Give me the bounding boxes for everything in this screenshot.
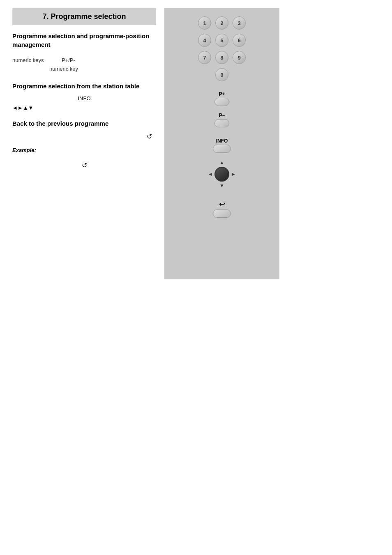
key-7[interactable]: 7 [198, 51, 211, 64]
key-9[interactable]: 9 [233, 51, 246, 64]
key-row-2: numeric key [12, 66, 156, 72]
section2: Programme selection from the station tab… [12, 82, 156, 111]
key-row-1: numeric keys P+/P- [12, 57, 156, 63]
dpad-right-button[interactable]: ► [228, 169, 238, 179]
info-button[interactable] [213, 145, 231, 153]
p-plus-group: P+ [214, 89, 229, 106]
section3-title: Back to the previous programme [12, 119, 156, 128]
info-button-label: INFO [216, 138, 228, 144]
key-4[interactable]: 4 [198, 34, 211, 47]
back-button[interactable] [213, 210, 231, 218]
numpad-row-2: 4 5 6 [198, 34, 246, 47]
key-2[interactable]: 2 [215, 16, 228, 30]
dpad: ▲ ◄ ► ▼ [205, 158, 238, 191]
back-section: Back to the previous programme ↺ [12, 119, 156, 140]
back-button-group: ↩ [213, 200, 231, 218]
section2-title: Programme selection from the station tab… [12, 82, 156, 90]
info-label-text: INFO [12, 95, 156, 101]
info-group: INFO [213, 134, 231, 153]
numeric-keys-label: numeric keys [12, 57, 49, 63]
remote-panel: 1 2 3 4 5 6 7 8 9 0 P+ P– [164, 8, 279, 279]
back-symbol-2: ↺ [82, 161, 87, 169]
key-1[interactable]: 1 [198, 16, 211, 30]
p-plus-button[interactable] [214, 98, 229, 106]
key-0[interactable]: 0 [215, 68, 228, 81]
numpad-row-3: 7 8 9 [198, 51, 246, 64]
dpad-left-button[interactable]: ◄ [205, 169, 215, 179]
p-minus-group: P– [214, 110, 229, 127]
key-6[interactable]: 6 [233, 34, 246, 47]
key-5[interactable]: 5 [215, 34, 228, 47]
p-minus-label: P– [219, 113, 225, 118]
title-text: 7. Programme selection [42, 12, 126, 21]
numeric-key-label: numeric key [49, 66, 86, 72]
back-symbol-row: ↺ [12, 133, 156, 140]
p-plus-label: P+ [219, 91, 225, 97]
p-minus-button[interactable] [214, 119, 229, 127]
numpad-row-4: 0 [215, 68, 228, 81]
dpad-up-button[interactable]: ▲ [217, 158, 227, 168]
section-title: 7. Programme selection [12, 8, 156, 25]
key-8[interactable]: 8 [215, 51, 228, 64]
dpad-center-button[interactable] [214, 167, 229, 182]
nav-arrows: ◄►▲▼ [12, 105, 156, 111]
dpad-down-button[interactable]: ▼ [217, 181, 227, 191]
example-label: Example: [12, 147, 156, 153]
numpad-row-1: 1 2 3 [198, 16, 246, 30]
left-panel: 7. Programme selection Programme selecti… [12, 8, 164, 279]
back-symbol-row2: ↺ [12, 161, 156, 169]
p-plus-minus-label: P+/P- [62, 57, 75, 63]
key-3[interactable]: 3 [233, 16, 246, 30]
back-icon: ↩ [219, 200, 225, 209]
section1-title: Programme selection and programme-positi… [12, 32, 156, 49]
back-symbol: ↺ [147, 133, 152, 140]
